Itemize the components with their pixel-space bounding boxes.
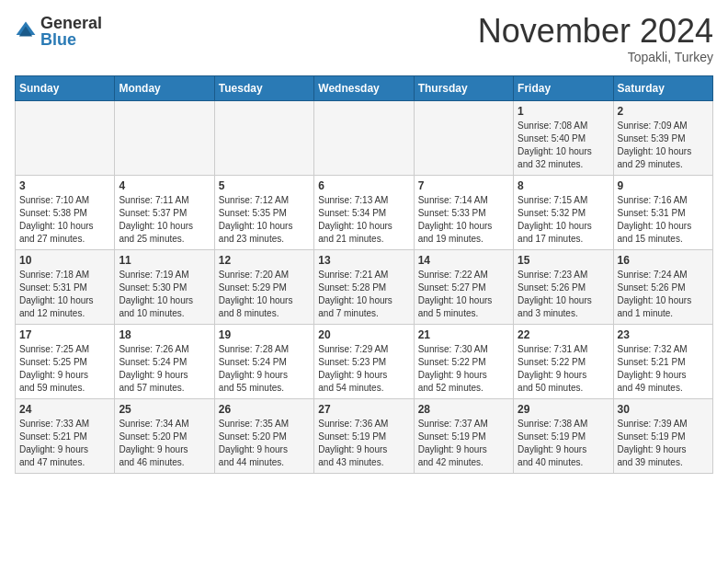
calendar-cell-w1-d4 [314, 101, 414, 176]
calendar-cell-w4-d7: 23Sunrise: 7:32 AM Sunset: 5:21 PM Dayli… [613, 325, 712, 399]
weekday-header-thursday: Thursday [414, 76, 513, 101]
day-info: Sunrise: 7:11 AM Sunset: 5:37 PM Dayligh… [119, 194, 210, 246]
calendar-week-2: 3Sunrise: 7:10 AM Sunset: 5:38 PM Daylig… [16, 176, 713, 250]
calendar-cell-w5-d5: 28Sunrise: 7:37 AM Sunset: 5:19 PM Dayli… [414, 399, 513, 474]
day-number: 11 [119, 254, 210, 267]
day-number: 21 [418, 328, 509, 341]
calendar-cell-w1-d7: 2Sunrise: 7:09 AM Sunset: 5:39 PM Daylig… [613, 101, 712, 176]
logo-icon [15, 20, 37, 42]
calendar-body: 1Sunrise: 7:08 AM Sunset: 5:40 PM Daylig… [16, 101, 713, 474]
calendar-cell-w4-d1: 17Sunrise: 7:25 AM Sunset: 5:25 PM Dayli… [16, 325, 115, 399]
calendar-cell-w2-d6: 8Sunrise: 7:15 AM Sunset: 5:32 PM Daylig… [514, 176, 613, 250]
day-info: Sunrise: 7:29 AM Sunset: 5:23 PM Dayligh… [318, 343, 409, 395]
day-info: Sunrise: 7:10 AM Sunset: 5:38 PM Dayligh… [19, 194, 110, 246]
calendar-cell-w1-d6: 1Sunrise: 7:08 AM Sunset: 5:40 PM Daylig… [514, 101, 613, 176]
calendar-week-3: 10Sunrise: 7:18 AM Sunset: 5:31 PM Dayli… [16, 250, 713, 325]
weekday-header-row: SundayMondayTuesdayWednesdayThursdayFrid… [16, 76, 713, 101]
calendar-cell-w1-d2 [115, 101, 214, 176]
day-number: 18 [119, 328, 210, 341]
calendar-cell-w1-d1 [16, 101, 115, 176]
day-number: 14 [418, 254, 509, 267]
calendar-cell-w4-d6: 22Sunrise: 7:31 AM Sunset: 5:22 PM Dayli… [514, 325, 613, 399]
calendar-cell-w3-d4: 13Sunrise: 7:21 AM Sunset: 5:28 PM Dayli… [314, 250, 414, 325]
day-info: Sunrise: 7:20 AM Sunset: 5:29 PM Dayligh… [219, 269, 310, 320]
day-info: Sunrise: 7:35 AM Sunset: 5:20 PM Dayligh… [219, 418, 310, 469]
logo-blue-text: Blue [40, 31, 102, 48]
page-header: General Blue November 2024 Topakli, Turk… [15, 15, 713, 64]
day-info: Sunrise: 7:36 AM Sunset: 5:19 PM Dayligh… [318, 418, 409, 469]
day-info: Sunrise: 7:14 AM Sunset: 5:33 PM Dayligh… [418, 194, 509, 246]
day-info: Sunrise: 7:23 AM Sunset: 5:26 PM Dayligh… [518, 269, 609, 320]
day-number: 17 [19, 328, 110, 341]
day-info: Sunrise: 7:12 AM Sunset: 5:35 PM Dayligh… [219, 194, 310, 246]
day-info: Sunrise: 7:33 AM Sunset: 5:21 PM Dayligh… [19, 418, 110, 469]
calendar-week-1: 1Sunrise: 7:08 AM Sunset: 5:40 PM Daylig… [16, 101, 713, 176]
day-number: 5 [219, 179, 310, 192]
day-number: 30 [618, 403, 709, 416]
day-info: Sunrise: 7:26 AM Sunset: 5:24 PM Dayligh… [119, 343, 210, 395]
calendar-cell-w4-d5: 21Sunrise: 7:30 AM Sunset: 5:22 PM Dayli… [414, 325, 513, 399]
weekday-header-tuesday: Tuesday [214, 76, 313, 101]
calendar-cell-w2-d1: 3Sunrise: 7:10 AM Sunset: 5:38 PM Daylig… [16, 176, 115, 250]
calendar-cell-w2-d7: 9Sunrise: 7:16 AM Sunset: 5:31 PM Daylig… [613, 176, 712, 250]
day-info: Sunrise: 7:39 AM Sunset: 5:19 PM Dayligh… [618, 418, 709, 469]
day-number: 6 [318, 179, 409, 192]
weekday-header-monday: Monday [115, 76, 214, 101]
day-number: 25 [119, 403, 210, 416]
day-info: Sunrise: 7:38 AM Sunset: 5:19 PM Dayligh… [518, 418, 609, 469]
day-info: Sunrise: 7:28 AM Sunset: 5:24 PM Dayligh… [219, 343, 310, 395]
calendar-cell-w4-d2: 18Sunrise: 7:26 AM Sunset: 5:24 PM Dayli… [115, 325, 214, 399]
calendar-cell-w5-d6: 29Sunrise: 7:38 AM Sunset: 5:19 PM Dayli… [514, 399, 613, 474]
day-number: 20 [318, 328, 409, 341]
day-number: 28 [418, 403, 509, 416]
day-info: Sunrise: 7:19 AM Sunset: 5:30 PM Dayligh… [119, 269, 210, 320]
day-info: Sunrise: 7:22 AM Sunset: 5:27 PM Dayligh… [418, 269, 509, 320]
weekday-header-saturday: Saturday [613, 76, 712, 101]
day-info: Sunrise: 7:31 AM Sunset: 5:22 PM Dayligh… [518, 343, 609, 395]
day-info: Sunrise: 7:21 AM Sunset: 5:28 PM Dayligh… [318, 269, 409, 320]
month-title: November 2024 [478, 15, 713, 48]
day-number: 26 [219, 403, 310, 416]
day-info: Sunrise: 7:37 AM Sunset: 5:19 PM Dayligh… [418, 418, 509, 469]
day-number: 2 [618, 105, 709, 118]
calendar-cell-w3-d6: 15Sunrise: 7:23 AM Sunset: 5:26 PM Dayli… [514, 250, 613, 325]
calendar-table: SundayMondayTuesdayWednesdayThursdayFrid… [15, 75, 713, 474]
day-number: 4 [119, 179, 210, 192]
calendar-cell-w5-d3: 26Sunrise: 7:35 AM Sunset: 5:20 PM Dayli… [214, 399, 313, 474]
calendar-week-4: 17Sunrise: 7:25 AM Sunset: 5:25 PM Dayli… [16, 325, 713, 399]
day-number: 22 [518, 328, 609, 341]
day-number: 12 [219, 254, 310, 267]
calendar-cell-w3-d5: 14Sunrise: 7:22 AM Sunset: 5:27 PM Dayli… [414, 250, 513, 325]
weekday-header-wednesday: Wednesday [314, 76, 414, 101]
day-number: 13 [318, 254, 409, 267]
calendar-cell-w5-d1: 24Sunrise: 7:33 AM Sunset: 5:21 PM Dayli… [16, 399, 115, 474]
calendar-cell-w5-d7: 30Sunrise: 7:39 AM Sunset: 5:19 PM Dayli… [613, 399, 712, 474]
calendar-cell-w2-d5: 7Sunrise: 7:14 AM Sunset: 5:33 PM Daylig… [414, 176, 513, 250]
day-number: 8 [518, 179, 609, 192]
day-number: 9 [618, 179, 709, 192]
day-info: Sunrise: 7:25 AM Sunset: 5:25 PM Dayligh… [19, 343, 110, 395]
day-info: Sunrise: 7:09 AM Sunset: 5:39 PM Dayligh… [618, 120, 709, 171]
day-number: 23 [618, 328, 709, 341]
day-info: Sunrise: 7:15 AM Sunset: 5:32 PM Dayligh… [518, 194, 609, 246]
calendar-cell-w5-d2: 25Sunrise: 7:34 AM Sunset: 5:20 PM Dayli… [115, 399, 214, 474]
day-number: 3 [19, 179, 110, 192]
day-number: 16 [618, 254, 709, 267]
day-info: Sunrise: 7:24 AM Sunset: 5:26 PM Dayligh… [618, 269, 709, 320]
logo: General Blue [15, 15, 102, 48]
calendar-cell-w5-d4: 27Sunrise: 7:36 AM Sunset: 5:19 PM Dayli… [314, 399, 414, 474]
calendar-cell-w4-d3: 19Sunrise: 7:28 AM Sunset: 5:24 PM Dayli… [214, 325, 313, 399]
day-info: Sunrise: 7:08 AM Sunset: 5:40 PM Dayligh… [518, 120, 609, 171]
day-info: Sunrise: 7:13 AM Sunset: 5:34 PM Dayligh… [318, 194, 409, 246]
calendar-cell-w2-d4: 6Sunrise: 7:13 AM Sunset: 5:34 PM Daylig… [314, 176, 414, 250]
day-number: 19 [219, 328, 310, 341]
day-number: 24 [19, 403, 110, 416]
day-info: Sunrise: 7:18 AM Sunset: 5:31 PM Dayligh… [19, 269, 110, 320]
calendar-cell-w4-d4: 20Sunrise: 7:29 AM Sunset: 5:23 PM Dayli… [314, 325, 414, 399]
calendar-header: SundayMondayTuesdayWednesdayThursdayFrid… [16, 76, 713, 101]
day-info: Sunrise: 7:30 AM Sunset: 5:22 PM Dayligh… [418, 343, 509, 395]
day-number: 27 [318, 403, 409, 416]
calendar-cell-w1-d3 [214, 101, 313, 176]
calendar-cell-w3-d3: 12Sunrise: 7:20 AM Sunset: 5:29 PM Dayli… [214, 250, 313, 325]
day-number: 7 [418, 179, 509, 192]
